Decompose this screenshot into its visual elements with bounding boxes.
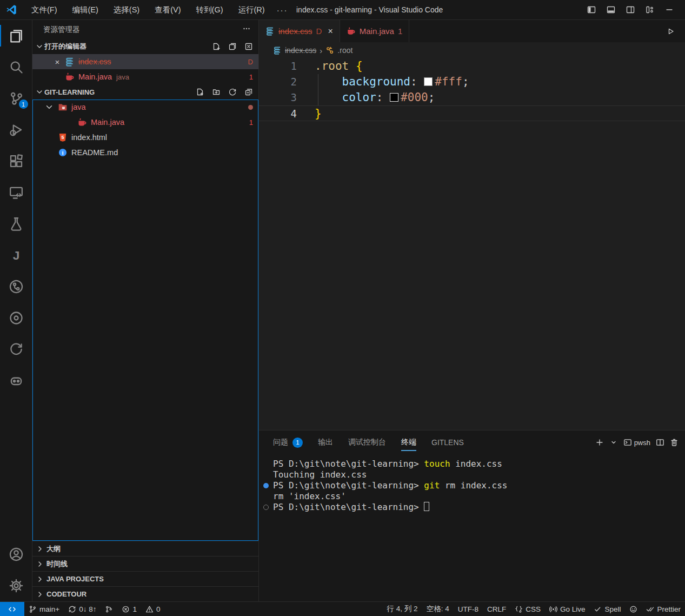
menu-run[interactable]: 运行(R) (231, 3, 271, 17)
status--4-2[interactable]: 行 4, 列 2 (383, 602, 422, 616)
close-all-button[interactable] (243, 41, 254, 52)
menu-go[interactable]: 转到(G) (190, 3, 230, 17)
status-crlf[interactable]: CRLF (483, 602, 510, 616)
code-line-1[interactable]: 1.root { (259, 58, 685, 74)
tree-item-java[interactable]: java (32, 100, 258, 115)
menu-view[interactable]: 查看(V) (148, 3, 187, 17)
activitybar-live-share[interactable] (0, 302, 32, 334)
open-editor-item[interactable]: ×index.cssD (32, 54, 258, 69)
save-all-button[interactable] (227, 41, 238, 52)
tree-item-main-java[interactable]: Main.java1 (32, 115, 258, 130)
sidebar-bottom-sections: 大纲时间线JAVA PROJECTSCODETOUR (32, 541, 258, 601)
activitybar-search[interactable] (0, 51, 32, 83)
layout-secondary-sidebar-button[interactable] (622, 3, 639, 17)
refresh-button[interactable] (227, 87, 238, 97)
activitybar-extensions[interactable] (0, 145, 32, 177)
activitybar-run-debug[interactable] (0, 114, 32, 145)
new-untitled-file-button[interactable] (211, 41, 222, 52)
activitybar-gitlens[interactable] (0, 271, 32, 302)
open-editors-header[interactable]: 打开的编辑器 (32, 39, 258, 54)
status-utf-8[interactable]: UTF-8 (454, 602, 483, 616)
color-swatch[interactable] (390, 93, 398, 102)
menu-file[interactable]: 文件(F) (25, 3, 64, 17)
sidebar-section-时间线[interactable]: 时间线 (32, 556, 258, 571)
pwsh-shell-button[interactable]: pwsh (623, 438, 650, 447)
status-git-graph[interactable] (101, 602, 117, 616)
command-decoration[interactable] (263, 505, 269, 510)
minimize-button[interactable] (661, 3, 677, 17)
status-remote[interactable] (0, 602, 24, 616)
breadcrumb-symbol[interactable]: .root (337, 46, 353, 55)
status-error-circle[interactable]: 1 (117, 602, 141, 616)
activitybar-source-control[interactable]: 1 (0, 83, 32, 114)
activitybar-testing[interactable] (0, 208, 32, 240)
panel-tab-输出[interactable]: 输出 (318, 430, 333, 454)
kill-terminal-button[interactable] (670, 438, 679, 447)
status-smiley[interactable] (625, 602, 642, 616)
open-editor-item[interactable]: Main.javajava1 (32, 69, 258, 84)
chevron-down-icon[interactable] (35, 42, 44, 51)
window-controls (583, 3, 685, 17)
status--4[interactable]: 空格: 4 (422, 602, 454, 616)
customize-layout-button[interactable] (642, 3, 658, 17)
activitybar-java[interactable]: J (0, 240, 32, 271)
terminal-dropdown-button[interactable] (609, 438, 618, 447)
panel-tab-问题[interactable]: 问题1 (273, 430, 303, 454)
sidebar-title: 资源管理器 (43, 25, 80, 35)
code-line-4[interactable]: 4} (259, 105, 685, 121)
terminal-cursor (424, 502, 429, 511)
panel-tab-gitlens[interactable]: GITLENS (431, 430, 464, 454)
menu-edit[interactable]: 编辑(E) (66, 3, 105, 17)
tab-main-java[interactable]: Main.java1 (340, 20, 410, 42)
tree-item-index-html[interactable]: 5index.html (32, 130, 258, 145)
tree-item-readme-md[interactable]: iREADME.md (32, 145, 258, 160)
activitybar-codetour[interactable] (0, 334, 32, 365)
activitybar-explorer[interactable] (0, 20, 32, 51)
tab-index-css[interactable]: index.cssD× (259, 20, 340, 42)
code-line-2[interactable]: 2 background: #fff; (259, 74, 685, 90)
sidebar-section-大纲[interactable]: 大纲 (32, 541, 258, 556)
status-branch[interactable]: main+ (24, 602, 64, 616)
status-sync[interactable]: 0↓ 8↑ (64, 602, 101, 616)
more-actions-icon[interactable] (242, 24, 251, 33)
command-decoration[interactable] (263, 483, 269, 488)
layout-sidebar-button[interactable] (583, 3, 600, 17)
sidebar-section-java-projects[interactable]: JAVA PROJECTS (32, 571, 258, 586)
split-terminal-button[interactable] (656, 438, 664, 447)
collapse-all-button[interactable] (243, 87, 254, 97)
close-icon[interactable]: × (53, 57, 62, 67)
project-section-header[interactable]: GIT-LEARNING (32, 84, 258, 100)
close-icon[interactable]: × (328, 27, 332, 36)
chevron-down-icon (35, 42, 44, 51)
activitybar-account[interactable] (0, 539, 32, 570)
new-folder-button[interactable] (211, 87, 222, 97)
menu-overflow[interactable]: ··· (271, 3, 294, 17)
status-spell[interactable]: Spell (589, 602, 625, 616)
status-go-live[interactable]: Go Live (545, 602, 590, 616)
panel-tab-终端[interactable]: 终端 (401, 430, 416, 454)
chevron-down-icon[interactable] (35, 87, 44, 97)
line-number: 1 (259, 58, 297, 74)
more-actions-icon[interactable] (242, 24, 251, 35)
run-button[interactable] (663, 24, 677, 38)
open-editors-list: ×index.cssDMain.javajava1 (32, 54, 258, 84)
activitybar-copilot[interactable] (0, 365, 32, 396)
layout-panel-button[interactable] (603, 3, 619, 17)
code-line-3[interactable]: 3 color: #000; (259, 90, 685, 105)
activitybar-settings-gear[interactable] (0, 570, 32, 601)
terminal-output[interactable]: PS D:\git\note\git-learning> touch index… (259, 454, 685, 601)
status-warning-triangle[interactable]: 0 (141, 602, 165, 616)
status-css[interactable]: CSS (510, 602, 545, 616)
code-editor[interactable]: 1.root {2 background: #fff;3 color: #000… (259, 58, 685, 430)
new-file-button[interactable] (195, 87, 205, 97)
panel-tab-调试控制台[interactable]: 调试控制台 (348, 430, 386, 454)
color-swatch[interactable] (424, 77, 433, 86)
new-terminal-button[interactable] (595, 438, 604, 447)
activitybar-remote-explorer[interactable] (0, 177, 32, 208)
status-prettier[interactable]: Prettier (642, 602, 685, 616)
menu-selection[interactable]: 选择(S) (107, 3, 146, 17)
sidebar-section-codetour[interactable]: CODETOUR (32, 586, 258, 601)
breadcrumb-file[interactable]: index.css (285, 46, 316, 55)
breadcrumb[interactable]: index.css›.root (259, 42, 685, 58)
symbol-class-icon (325, 46, 334, 55)
